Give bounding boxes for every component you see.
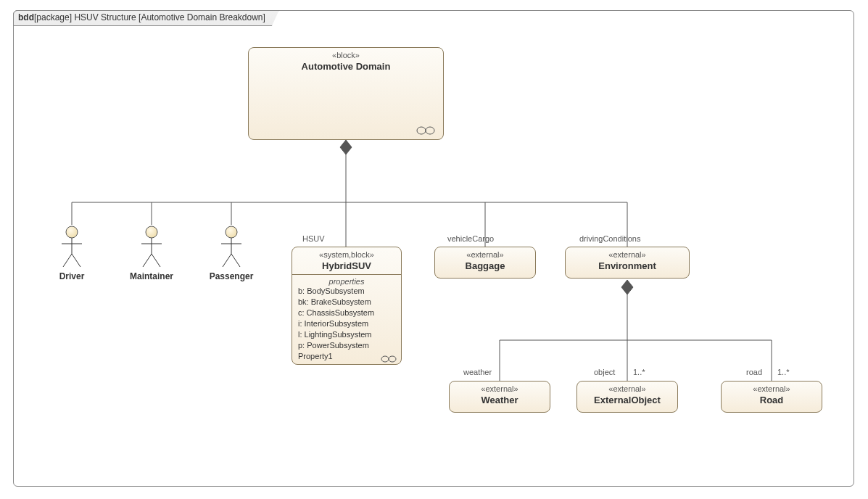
block-title: Automotive Domain — [249, 59, 443, 75]
role-road: road — [746, 368, 762, 376]
block-baggage[interactable]: «external» Baggage — [434, 247, 536, 279]
mult-road: 1..* — [777, 368, 790, 376]
block-title: HybridSUV — [292, 259, 401, 274]
svg-line-26 — [152, 254, 160, 267]
property: c: ChassisSubsystem — [298, 308, 395, 318]
properties-compartment: properties b: BodySubsystem bk: BrakeSub… — [292, 274, 401, 364]
svg-line-31 — [231, 254, 240, 267]
frame-prefix: bdd — [18, 12, 34, 22]
svg-point-22 — [146, 226, 157, 238]
svg-point-16 — [426, 127, 434, 134]
block-title: Road — [722, 393, 822, 408]
property: l: LightingSubsystem — [298, 329, 395, 340]
block-title: Weather — [450, 393, 550, 408]
role-weather: weather — [463, 368, 492, 376]
svg-point-15 — [417, 127, 426, 134]
actor-driver[interactable]: Driver — [43, 225, 101, 281]
link-icon — [381, 355, 397, 363]
property: p: PowerSubsystem — [298, 340, 395, 351]
stereotype: «external» — [722, 382, 822, 393]
frame-subtitle: [Automotive Domain Breakdown] — [139, 12, 265, 22]
actor-label: Passenger — [202, 271, 260, 281]
svg-line-21 — [72, 254, 80, 267]
role-baggage: vehicleCargo — [447, 234, 494, 243]
mult-extobj: 1..* — [633, 368, 645, 376]
stereotype: «external» — [566, 247, 689, 259]
svg-line-25 — [143, 254, 152, 267]
svg-point-17 — [66, 226, 78, 238]
stereotype: «external» — [577, 382, 677, 393]
block-externalobject[interactable]: «external» ExternalObject — [576, 381, 678, 413]
role-environment: drivingConditions — [579, 234, 640, 243]
block-environment[interactable]: «external» Environment — [565, 247, 690, 279]
block-weather[interactable]: «external» Weather — [449, 381, 550, 413]
properties-header: properties — [298, 277, 395, 286]
property: bk: BrakeSubsystem — [298, 297, 395, 308]
actor-label: Maintainer — [123, 271, 181, 281]
svg-line-30 — [223, 254, 231, 267]
frame-title-tab: bdd[package] HSUV Structure [Automotive … — [13, 10, 279, 26]
block-road[interactable]: «external» Road — [721, 381, 822, 413]
block-hybridsuv[interactable]: «system,block» HybridSUV properties b: B… — [292, 247, 402, 365]
frame-bracket: [package] — [34, 12, 72, 22]
frame-title: HSUV Structure — [72, 12, 139, 22]
stereotype: «external» — [450, 382, 550, 393]
block-title: Environment — [566, 259, 689, 274]
role-extobj: object — [594, 368, 615, 376]
diagram-frame: bdd[package] HSUV Structure [Automotive … — [13, 10, 854, 487]
stereotype: «external» — [435, 247, 535, 259]
svg-line-20 — [63, 254, 72, 267]
actor-passenger[interactable]: Passenger — [202, 225, 260, 281]
svg-point-32 — [381, 356, 389, 362]
svg-point-33 — [389, 356, 396, 362]
svg-point-27 — [226, 226, 237, 238]
property: i: InteriorSubsystem — [298, 318, 395, 329]
block-title: ExternalObject — [577, 393, 677, 408]
property: Property1 — [298, 352, 333, 360]
actor-maintainer[interactable]: Maintainer — [123, 225, 181, 281]
block-automotive-domain[interactable]: «block» Automotive Domain — [248, 47, 444, 140]
block-title: Baggage — [435, 259, 535, 274]
stereotype: «system,block» — [292, 247, 401, 259]
svg-marker-0 — [340, 140, 352, 154]
role-hsuv: HSUV — [302, 234, 325, 243]
link-icon — [416, 126, 436, 135]
actor-label: Driver — [43, 271, 101, 281]
svg-marker-9 — [621, 280, 633, 294]
stereotype: «block» — [249, 48, 443, 59]
property: b: BodySubsystem — [298, 286, 395, 297]
